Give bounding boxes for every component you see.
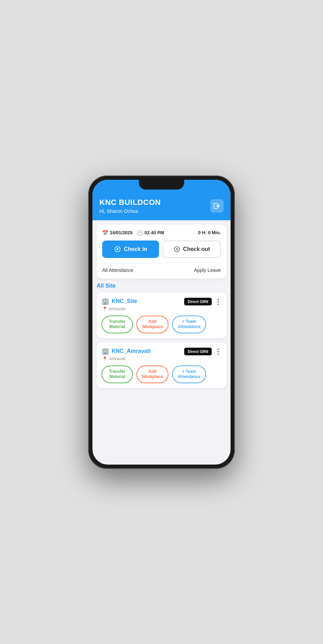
date-display: 24/01/2025 xyxy=(110,230,133,235)
time-row: 📅 24/01/2025 🕐 02:40 PM 0 H: 0 Min. xyxy=(102,230,221,236)
site-header-0: 🏢 KNC_Site 📍 Amravati Direct GRN ⋮ xyxy=(102,297,221,311)
site-card-1: 🏢 KNC_Amravati 📍 Amravati. Direct GRN ⋮ xyxy=(97,342,226,388)
calendar-icon: 📅 xyxy=(102,230,108,236)
phone-frame: KNC BUILDCON Hi, Sharon Ochoa 📅 24/01/ xyxy=(88,176,235,469)
transfer-material-button-0[interactable]: TransferMaterial xyxy=(102,316,133,333)
phone-screen: KNC BUILDCON Hi, Sharon Ochoa 📅 24/01/ xyxy=(92,180,231,465)
location-text-0: Amravati xyxy=(109,306,125,311)
site-header-1: 🏢 KNC_Amravati 📍 Amravati. Direct GRN ⋮ xyxy=(102,347,221,361)
apply-leave-link[interactable]: Apply Leave xyxy=(194,267,221,273)
site-location-0: 📍 Amravati xyxy=(102,306,137,311)
check-in-button[interactable]: Check in xyxy=(102,240,159,258)
all-site-title: All Site xyxy=(97,283,226,289)
scroll-area: 📅 24/01/2025 🕐 02:40 PM 0 H: 0 Min. xyxy=(92,220,231,465)
pin-icon-0: 📍 xyxy=(102,306,107,311)
team-attendance-button-0[interactable]: + TeamAttendance xyxy=(172,316,206,333)
transfer-material-button-1[interactable]: TransferMaterial xyxy=(102,365,133,383)
site-name-block-0: 🏢 KNC_Site 📍 Amravati xyxy=(102,297,137,311)
checkin-icon xyxy=(114,246,121,253)
site-name-row-1: 🏢 KNC_Amravati xyxy=(102,347,151,355)
attendance-card: 📅 24/01/2025 🕐 02:40 PM 0 H: 0 Min. xyxy=(97,224,226,279)
team-attendance-button-1[interactable]: + TeamAttendance xyxy=(172,365,206,383)
more-menu-icon-0[interactable]: ⋮ xyxy=(215,297,221,306)
date-block: 📅 24/01/2025 xyxy=(102,230,133,236)
site-actions-row-1: Direct GRN ⋮ xyxy=(184,347,221,356)
clock-block: 🕐 02:40 PM xyxy=(137,230,164,236)
pin-icon-1: 📍 xyxy=(102,356,107,361)
site-location-1: 📍 Amravati. xyxy=(102,356,151,361)
site-actions-row-0: Direct GRN ⋮ xyxy=(184,297,221,306)
more-menu-icon-1[interactable]: ⋮ xyxy=(215,347,221,356)
check-in-label: Check in xyxy=(124,246,147,252)
header-subtitle: Hi, Sharon Ochoa xyxy=(99,208,161,214)
direct-grn-badge-0[interactable]: Direct GRN xyxy=(184,298,212,305)
site-name-1[interactable]: KNC_Amravati xyxy=(112,348,151,354)
all-attendance-link[interactable]: All Attendance xyxy=(102,267,134,273)
time-info: 📅 24/01/2025 🕐 02:40 PM xyxy=(102,230,164,236)
site-name-row-0: 🏢 KNC_Site xyxy=(102,297,137,305)
header-left: KNC BUILDCON Hi, Sharon Ochoa xyxy=(99,198,161,214)
check-out-button[interactable]: Check out xyxy=(163,240,221,258)
building-icon-1: 🏢 xyxy=(102,347,109,355)
card-divider xyxy=(102,263,221,263)
check-out-label: Check out xyxy=(183,246,210,252)
checkin-row: Check in Check out xyxy=(102,240,221,258)
site-card-0: 🏢 KNC_Site 📍 Amravati Direct GRN ⋮ xyxy=(97,293,226,338)
site-buttons-0: TransferMaterial AddWorkplace + TeamAtte… xyxy=(102,316,221,333)
add-workplace-button-1[interactable]: AddWorkplace xyxy=(136,365,168,383)
site-name-0[interactable]: KNC_Site xyxy=(112,298,137,304)
logout-button[interactable] xyxy=(210,199,224,213)
clock-icon: 🕐 xyxy=(137,230,143,236)
phone-notch xyxy=(139,180,184,190)
add-workplace-button-0[interactable]: AddWorkplace xyxy=(136,316,168,333)
site-name-block-1: 🏢 KNC_Amravati 📍 Amravati. xyxy=(102,347,151,361)
location-text-1: Amravati. xyxy=(109,356,127,361)
site-buttons-1: TransferMaterial AddWorkplace + TeamAtte… xyxy=(102,365,221,383)
direct-grn-badge-1[interactable]: Direct GRN xyxy=(184,348,212,355)
checkout-icon xyxy=(173,246,180,253)
logout-icon xyxy=(213,202,220,209)
time-display: 02:40 PM xyxy=(144,230,164,235)
app-title: KNC BUILDCON xyxy=(99,198,161,207)
building-icon-0: 🏢 xyxy=(102,297,109,305)
links-row: All Attendance Apply Leave xyxy=(102,267,221,273)
hours-display: 0 H: 0 Min. xyxy=(198,230,221,235)
